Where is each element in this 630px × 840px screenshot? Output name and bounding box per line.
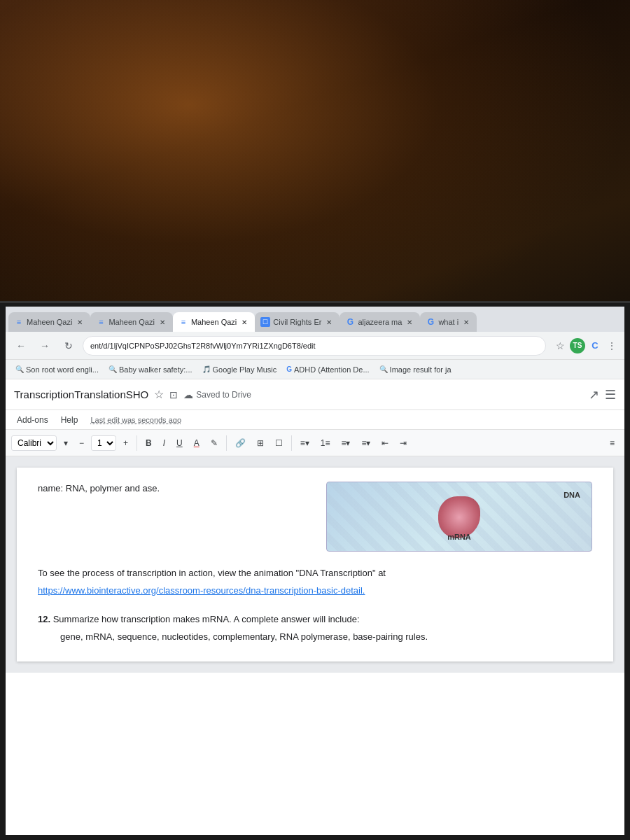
indent-increase-btn[interactable]: ⇥ xyxy=(396,436,411,450)
chrome-tabs-bar: ≡ Maheen Qazi ✕ ≡ Maheen Qazi ✕ ≡ Maheen… xyxy=(6,307,624,332)
content-row-with-diagram: name: RNA, polymer and ase. mRNA DNA xyxy=(38,482,592,552)
bookmark-label-5: Image result for ja xyxy=(390,365,451,374)
italic-btn[interactable]: I xyxy=(159,436,169,450)
bookmark-adhd[interactable]: G ADHD (Attention De... xyxy=(282,364,373,375)
star-button[interactable]: ☆ xyxy=(154,388,164,401)
clear-format-btn[interactable]: ≡ xyxy=(606,436,619,450)
doc-para-animation: To see the process of transcription in a… xyxy=(38,566,592,581)
last-edit-text[interactable]: Last edit was seconds ago xyxy=(90,416,181,424)
menu-addons[interactable]: Add-ons xyxy=(11,414,54,426)
format-sep-3 xyxy=(291,435,292,451)
mrna-label: mRNA xyxy=(447,531,471,544)
drive-icon[interactable]: ⊡ xyxy=(169,389,178,400)
indent-decrease-btn[interactable]: ⇤ xyxy=(377,436,393,450)
doc-line-rna: name: RNA, polymer and ase. xyxy=(38,482,315,496)
dna-mrna-diagram: mRNA DNA xyxy=(326,482,592,552)
laptop-screen: ≡ Maheen Qazi ✕ ≡ Maheen Qazi ✕ ≡ Maheen… xyxy=(6,307,624,835)
bookmark-baby-walker[interactable]: 🔍 Baby walker safety:... xyxy=(104,364,197,375)
tab4-close-btn[interactable]: ✕ xyxy=(324,317,334,327)
back-button[interactable]: ← xyxy=(11,336,31,356)
font-plus-btn[interactable]: + xyxy=(119,436,132,450)
browser-tab-2[interactable]: ≡ Maheen Qazi ✕ xyxy=(90,312,172,332)
docs-title-text[interactable]: TranscriptionTranslationSHO xyxy=(14,388,148,400)
tab6-label: what i xyxy=(438,318,458,326)
chrome-omnibox-bar: ← → ↻ ent/d/1ljVqICPNPoSPJ02GhsT2R8fvWlj… xyxy=(6,332,624,360)
tab1-label: Maheen Qazi xyxy=(27,318,72,326)
font-minus-btn[interactable]: − xyxy=(75,436,88,450)
url-text: ent/d/1ljVqICPNPoSPJ02GhsT2R8fvWlj0Ym7YR… xyxy=(90,342,316,350)
docs-menu-bar: Add-ons Help Last edit was seconds ago xyxy=(6,410,624,430)
tab1-close-btn[interactable]: ✕ xyxy=(75,317,85,327)
tab2-close-btn[interactable]: ✕ xyxy=(158,317,167,327)
tab5-label: aljazeera ma xyxy=(358,318,402,326)
font-family-select[interactable]: Calibri xyxy=(11,435,57,451)
menu-help[interactable]: Help xyxy=(55,414,84,426)
bg-warm-light xyxy=(0,0,630,350)
format-sep-2 xyxy=(226,435,227,451)
doc-page[interactable]: name: RNA, polymer and ase. mRNA DNA To … xyxy=(17,468,613,662)
bookmark-label-1: Son root word engli... xyxy=(26,365,99,374)
activity-icon[interactable]: ↗ xyxy=(589,387,599,402)
tab4-label: Civil Rights Er xyxy=(273,318,321,326)
docs-format-bar: Calibri ▾ − 12 + B I U A ✎ 🔗 ⊞ ☐ ≡▾ 1≡ ≡… xyxy=(6,430,624,456)
browser-tab-3[interactable]: ≡ Maheen Qazi ✕ xyxy=(173,312,255,332)
bookmark-star-icon[interactable]: ☆ xyxy=(553,339,567,353)
image-btn[interactable]: ⊞ xyxy=(253,436,268,450)
reload-button[interactable]: ↻ xyxy=(59,336,78,356)
bookmark-label-2: Baby walker safety:... xyxy=(119,365,192,374)
link-btn[interactable]: 🔗 xyxy=(231,436,250,450)
highlight-btn[interactable]: ✎ xyxy=(206,436,222,450)
bookmark-icon-3: 🎵 xyxy=(202,365,211,373)
ts-avatar-badge: TS xyxy=(570,338,585,354)
underline-btn[interactable]: U xyxy=(172,436,187,450)
bookmark-image-result[interactable]: 🔍 Image result for ja xyxy=(375,364,456,375)
doc-question-12: 12. Summarize how transcription makes mR… xyxy=(38,612,592,627)
title-bar-right-icons: ↗ ☰ xyxy=(589,387,616,402)
panel-icon[interactable]: ☰ xyxy=(605,387,616,402)
font-decrease-btn[interactable]: ▾ xyxy=(59,436,72,450)
bookmark-son-root[interactable]: 🔍 Son root word engli... xyxy=(11,364,103,375)
tab5-favicon: G xyxy=(345,317,355,327)
question-12-sub-text: gene, mRNA, sequence, nucleotides, compl… xyxy=(60,631,428,642)
doc-link-biointeractive[interactable]: https://www.biointeractive.org/classroom… xyxy=(38,584,592,598)
bookmark-label-4: ADHD (Attention De... xyxy=(294,365,370,374)
question-12-text: Summarize how transcription makes mRNA. … xyxy=(53,614,360,624)
bold-btn[interactable]: B xyxy=(141,436,156,450)
tab5-close-btn[interactable]: ✕ xyxy=(405,317,414,327)
doc-content-area: name: RNA, polymer and ase. mRNA DNA To … xyxy=(6,456,624,673)
format-sep-1 xyxy=(136,435,137,451)
bookmark-google-play-music[interactable]: 🎵 Google Play Music xyxy=(198,364,281,375)
tab2-favicon: ≡ xyxy=(96,317,106,327)
forward-button[interactable]: → xyxy=(35,336,55,356)
chrome-menu-icon[interactable]: ⋮ xyxy=(605,339,619,353)
extension-icon-c[interactable]: C xyxy=(588,339,602,353)
doc-line-rna-text: name: RNA, polymer and ase. xyxy=(38,483,160,493)
address-bar[interactable]: ent/d/1ljVqICPNPoSPJ02GhsT2R8fvWlj0Ym7YR… xyxy=(83,336,546,356)
tab3-close-btn[interactable]: ✕ xyxy=(239,317,249,327)
omnibox-icons: ☆ TS C ⋮ xyxy=(553,338,619,354)
saved-to-drive-container: ☁ Saved to Drive xyxy=(183,389,251,400)
browser-tab-6[interactable]: G what i ✕ xyxy=(420,312,477,332)
line-spacing-btn[interactable]: 1≡ xyxy=(316,436,335,450)
last-edit-container: Last edit was seconds ago xyxy=(90,415,181,425)
font-size-select[interactable]: 12 xyxy=(91,435,116,451)
drive-cloud-icon: ☁ xyxy=(183,389,193,400)
bookmark-icon-5: 🔍 xyxy=(379,365,388,373)
doc-para-animation-text: To see the process of transcription in a… xyxy=(38,568,386,578)
bullets-btn[interactable]: ≡▾ xyxy=(337,436,354,450)
biointeractive-link[interactable]: https://www.biointeractive.org/classroom… xyxy=(38,585,365,596)
browser-tab-4[interactable]: ☐ Civil Rights Er ✕ xyxy=(255,312,340,332)
browser-tab-5[interactable]: G aljazeera ma ✕ xyxy=(340,312,420,332)
tab1-favicon: ≡ xyxy=(14,317,24,327)
font-color-btn[interactable]: A xyxy=(190,436,204,450)
question-12-number: 12. xyxy=(38,614,50,624)
menu-help-label: Help xyxy=(61,415,78,425)
saved-to-drive-text: Saved to Drive xyxy=(196,390,251,400)
browser-tab-1[interactable]: ≡ Maheen Qazi ✕ xyxy=(8,312,90,332)
align-btn[interactable]: ≡▾ xyxy=(296,436,314,450)
tab6-favicon: G xyxy=(426,317,435,327)
numbered-btn[interactable]: ≡▾ xyxy=(357,436,374,450)
tab6-close-btn[interactable]: ✕ xyxy=(461,317,471,327)
tab2-label: Maheen Qazi xyxy=(108,318,154,326)
comment-btn[interactable]: ☐ xyxy=(271,436,287,450)
